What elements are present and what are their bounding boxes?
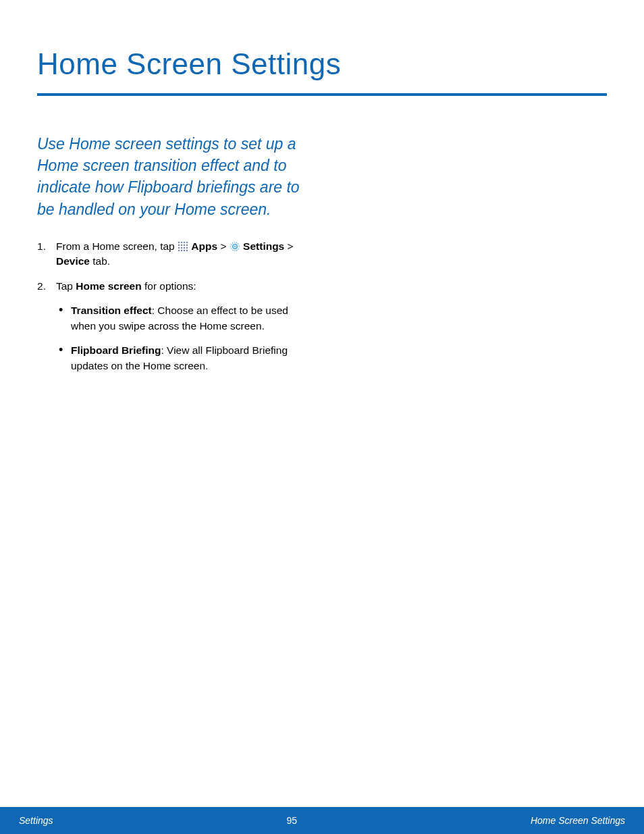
svg-point-3 [186, 241, 188, 243]
svg-point-10 [184, 246, 186, 249]
step-2-post: for options: [142, 280, 196, 292]
apps-grid-icon [178, 241, 188, 252]
step-2-pre: Tap [56, 280, 76, 292]
svg-point-2 [184, 241, 186, 243]
home-screen-label: Home screen [76, 280, 141, 292]
device-label: Device [56, 255, 90, 267]
footer-left: Settings [19, 815, 53, 826]
svg-point-9 [181, 246, 183, 249]
tab-suffix: tab. [90, 255, 110, 267]
svg-point-1 [181, 241, 183, 243]
svg-point-4 [178, 244, 180, 246]
svg-point-6 [184, 244, 186, 246]
settings-label: Settings [243, 240, 284, 252]
svg-point-14 [184, 249, 186, 251]
gear-icon [230, 241, 240, 252]
intro-text: Use Home screen settings to set up a Hom… [37, 133, 314, 220]
sep-1: > [217, 240, 230, 252]
svg-point-5 [181, 244, 183, 246]
page-footer: Settings 95 Home Screen Settings [0, 807, 644, 834]
footer-right: Home Screen Settings [531, 815, 625, 826]
svg-point-13 [181, 249, 183, 251]
svg-point-15 [186, 249, 188, 251]
step-1-pre: From a Home screen, tap [56, 240, 178, 252]
title-rule [37, 93, 607, 96]
bullet-flipboard-label: Flipboard Briefing [71, 344, 161, 356]
bullet-flipboard: Flipboard Briefing: View all Flipboard B… [56, 343, 314, 373]
svg-point-0 [178, 241, 180, 243]
sep-2: > [284, 240, 293, 252]
svg-point-11 [186, 246, 188, 249]
svg-point-18 [234, 245, 236, 246]
footer-page-number: 95 [286, 815, 297, 826]
svg-point-12 [178, 249, 180, 251]
step-2: Tap Home screen for options: Transition … [37, 279, 314, 373]
apps-label: Apps [191, 240, 217, 252]
bullet-transition-label: Transition effect [71, 305, 152, 316]
page-title: Home Screen Settings [37, 47, 607, 81]
svg-point-8 [178, 246, 180, 249]
step-1: From a Home screen, tap Apps > Settings … [37, 239, 314, 269]
svg-point-7 [186, 244, 188, 246]
bullet-transition: Transition effect: Choose an effect to b… [56, 303, 314, 334]
